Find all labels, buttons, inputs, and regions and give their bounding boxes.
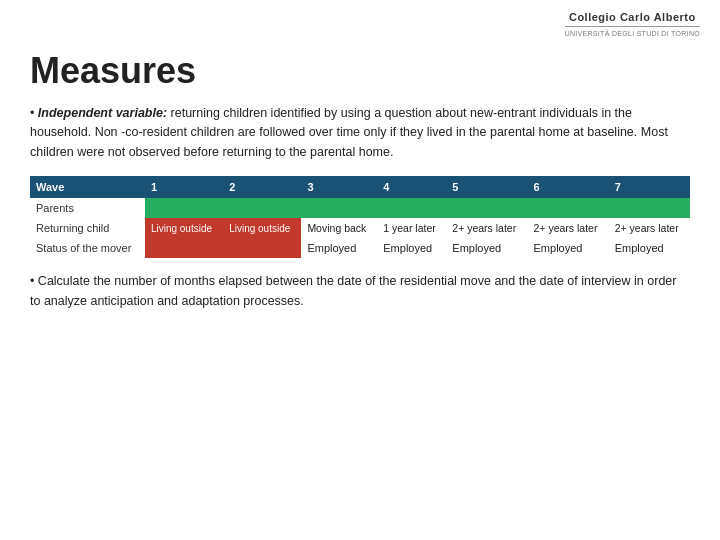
table-cell-r1-c5: 2+ years later	[528, 218, 609, 238]
col-7: 7	[609, 176, 690, 198]
page-content: Measures • Independent variable: returni…	[0, 0, 720, 540]
table-cell-r2-c3: Employed	[377, 238, 446, 258]
table-cell-r0-c5	[528, 198, 609, 218]
table-row: Status of the moverEmployedEmployedEmplo…	[30, 238, 690, 258]
table-cell-r1-c0: Living outside	[145, 218, 223, 238]
measures-table-wrapper: Wave 1 2 3 4 5 6 7 ParentsReturning chil…	[30, 176, 690, 258]
logo-subtitle: UNIVERSITÀ DEGLI STUDI DI TORINO	[565, 29, 700, 38]
table-cell-r1-c1: Living outside	[223, 218, 301, 238]
table-cell-r0-c4	[446, 198, 527, 218]
table-cell-r1-c2: Moving back	[301, 218, 377, 238]
table-cell-r1-c3: 1 year later	[377, 218, 446, 238]
independent-variable-label: Independent variable:	[38, 106, 167, 120]
table-cell-r0-c0	[145, 198, 223, 218]
table-cell-r0-c1	[223, 198, 301, 218]
page-title: Measures	[30, 50, 690, 92]
table-header-row: Wave 1 2 3 4 5 6 7	[30, 176, 690, 198]
row-label-1: Returning child	[30, 218, 145, 238]
col-1: 1	[145, 176, 223, 198]
row-label-2: Status of the mover	[30, 238, 145, 258]
table-cell-r2-c5: Employed	[528, 238, 609, 258]
col-2: 2	[223, 176, 301, 198]
table-cell-r1-c4: 2+ years later	[446, 218, 527, 238]
bullet-icon: •	[30, 106, 38, 120]
table-cell-r2-c4: Employed	[446, 238, 527, 258]
logo-name: Collegio Carlo Alberto	[565, 10, 700, 24]
paragraph-2: • Calculate the number of months elapsed…	[30, 272, 690, 311]
table-cell-r2-c1	[223, 238, 301, 258]
col-3: 3	[301, 176, 377, 198]
col-wave: Wave	[30, 176, 145, 198]
table-cell-r0-c2	[301, 198, 377, 218]
table-cell-r1-c6: 2+ years later	[609, 218, 690, 238]
row-label-0: Parents	[30, 198, 145, 218]
col-4: 4	[377, 176, 446, 198]
paragraph-2-text: Calculate the number of months elapsed b…	[30, 274, 676, 307]
logo: Collegio Carlo Alberto UNIVERSITÀ DEGLI …	[565, 10, 700, 38]
table-cell-r2-c6: Employed	[609, 238, 690, 258]
col-5: 5	[446, 176, 527, 198]
bullet-2-icon: •	[30, 274, 38, 288]
table-cell-r0-c3	[377, 198, 446, 218]
table-cell-r2-c2: Employed	[301, 238, 377, 258]
table-row: Parents	[30, 198, 690, 218]
col-6: 6	[528, 176, 609, 198]
table-cell-r2-c0	[145, 238, 223, 258]
paragraph-1: • Independent variable: returning childr…	[30, 104, 690, 162]
measures-table: Wave 1 2 3 4 5 6 7 ParentsReturning chil…	[30, 176, 690, 258]
table-row: Returning childLiving outsideLiving outs…	[30, 218, 690, 238]
table-cell-r0-c6	[609, 198, 690, 218]
